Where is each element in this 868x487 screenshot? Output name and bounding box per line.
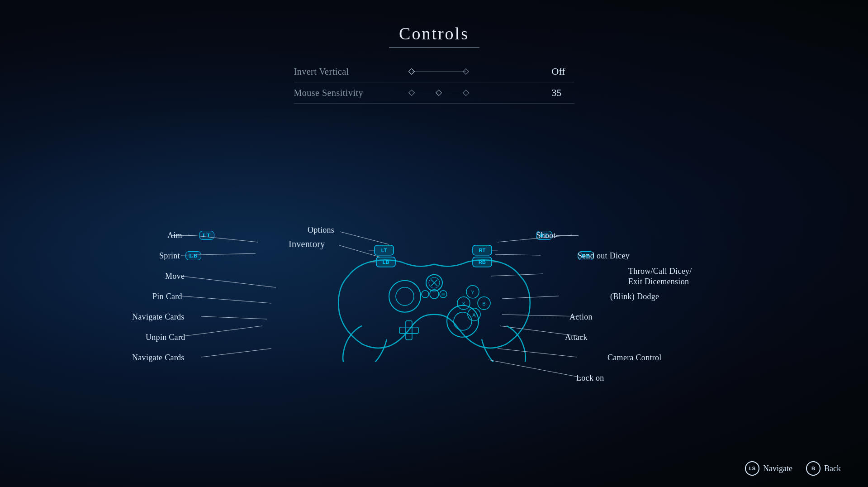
slider-diamond-left-2 xyxy=(408,89,414,95)
bottom-nav: LS Navigate B Back xyxy=(745,461,841,476)
svg-text:A: A xyxy=(472,312,476,318)
setting-label-mouse-sensitivity: Mouse Sensitivity xyxy=(294,88,407,98)
page: Controls Invert Vertical Off Mouse Sensi… xyxy=(0,0,868,487)
slider-mouse-sensitivity[interactable] xyxy=(407,93,543,93)
nav-item-back: B Back xyxy=(806,461,841,476)
label-shoot: RT Shoot xyxy=(536,231,579,240)
nav-badge-ls: LS xyxy=(745,461,759,476)
slider-track-2 xyxy=(412,93,466,93)
slider-invert-vertical[interactable] xyxy=(407,72,543,72)
svg-text:Y: Y xyxy=(471,290,474,295)
settings-section: Invert Vertical Off Mouse Sensitivity xyxy=(0,61,868,104)
nav-badge-b: B xyxy=(806,461,821,476)
svg-line-42 xyxy=(201,349,271,357)
badge-lb: LB xyxy=(185,251,201,260)
nav-item-navigate: LS Navigate xyxy=(745,461,792,476)
slider-diamond-right xyxy=(462,68,469,74)
svg-point-13 xyxy=(454,312,472,330)
page-title: Controls xyxy=(0,24,868,43)
svg-text:LB: LB xyxy=(382,259,389,265)
svg-line-39 xyxy=(181,296,271,303)
setting-row-mouse-sensitivity: Mouse Sensitivity 35 xyxy=(294,82,574,104)
svg-text:RB: RB xyxy=(479,259,486,265)
nav-label-back: Back xyxy=(824,464,841,473)
slider-track xyxy=(412,72,466,72)
setting-value-mouse-sensitivity: 35 xyxy=(552,87,574,99)
svg-point-9 xyxy=(396,287,414,306)
slider-thumb xyxy=(408,68,414,74)
title-underline xyxy=(389,47,479,48)
svg-line-50 xyxy=(489,360,581,377)
svg-text:RT: RT xyxy=(479,248,485,253)
slider-thumb-2 xyxy=(435,89,441,95)
setting-label-invert-vertical: Invert Vertical xyxy=(294,67,407,77)
nav-label-navigate: Navigate xyxy=(763,464,792,473)
label-aim: Aim LT xyxy=(167,231,214,240)
controller-section: LT LB RT RB xyxy=(0,104,868,460)
badge-lt: LT xyxy=(199,231,214,240)
label-send-out-dicey: RB Send out Dicey xyxy=(578,251,615,260)
svg-line-40 xyxy=(201,316,267,319)
svg-point-31 xyxy=(422,291,429,298)
label-sprint: Sprint LB xyxy=(159,251,201,260)
svg-line-38 xyxy=(181,276,276,287)
svg-text:X: X xyxy=(462,301,465,306)
svg-text:B: B xyxy=(482,301,485,306)
svg-point-8 xyxy=(389,281,421,312)
title-section: Controls xyxy=(0,0,868,48)
svg-line-41 xyxy=(179,326,262,337)
controller-diagram: LT LB RT RB xyxy=(335,208,534,362)
setting-value-invert-vertical: Off xyxy=(552,66,574,77)
setting-row-invert-vertical: Invert Vertical Off xyxy=(294,61,574,82)
svg-text:LT: LT xyxy=(381,248,387,253)
slider-diamond-right-2 xyxy=(462,89,469,95)
